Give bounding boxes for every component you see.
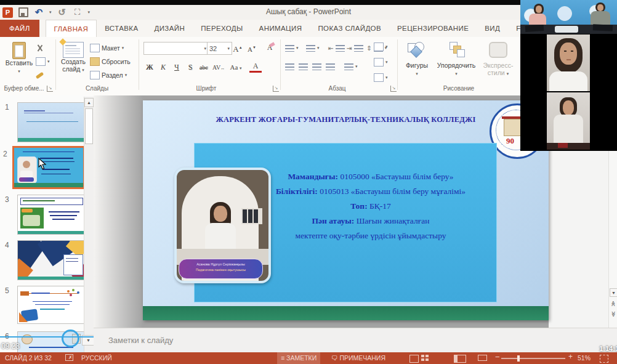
text-direction-button[interactable]: ▾ — [374, 42, 388, 52]
zoom-slider-thumb[interactable] — [517, 355, 520, 362]
text-shadow-button[interactable]: S — [184, 62, 196, 73]
reading-view-icon[interactable] — [454, 355, 466, 363]
next-slide-icon[interactable]: ≪ — [610, 310, 616, 318]
redo-icon[interactable]: ↺ — [57, 7, 67, 17]
font-color-button[interactable]: А — [249, 62, 262, 73]
cut-button[interactable] — [36, 43, 44, 53]
fit-slide-to-window-icon[interactable] — [600, 355, 608, 363]
normal-view-icon[interactable] — [409, 355, 419, 363]
slide-thumbnail-2-selected[interactable] — [12, 146, 85, 189]
smartart-button[interactable]: ▾ — [374, 73, 388, 83]
language-indicator[interactable]: РУССКИЙ — [81, 354, 112, 362]
format-painter-button[interactable] — [36, 70, 44, 80]
new-slide-icon — [63, 42, 84, 58]
quick-styles-button[interactable]: Экспресс- стили ▾ — [480, 42, 516, 76]
spellcheck-icon[interactable]: ✗ — [65, 354, 78, 363]
slide-thumbnail-3[interactable] — [17, 195, 87, 235]
quick-access-toolbar: P ↶ ▾ ↺ ⛶ ▾ — [2, 6, 90, 18]
paste-button[interactable]: Вставить ▾ — [5, 42, 33, 74]
tab-review[interactable]: РЕЦЕНЗИРОВАНИЕ — [389, 20, 477, 37]
start-slideshow-icon[interactable]: ⛶ — [73, 7, 83, 17]
shapes-icon — [408, 42, 426, 57]
webcam-participant-1[interactable] — [547, 34, 590, 91]
grow-font-button[interactable]: А▲ — [232, 42, 244, 54]
slideshow-view-icon[interactable] — [478, 355, 487, 361]
teacher-role: Педагогика пәнінен оқытушысы — [179, 267, 262, 273]
shapes-button[interactable]: Фигуры ▾ — [401, 42, 432, 76]
align-left-button[interactable] — [285, 62, 294, 71]
slide-thumbnail-5[interactable] — [17, 286, 87, 324]
tab-insert[interactable]: ВСТАВКА — [97, 20, 146, 37]
justify-button[interactable] — [326, 62, 335, 71]
numbering-icon — [306, 45, 315, 52]
numbering-button[interactable]: ▾ — [306, 43, 320, 53]
zoom-in-button[interactable]: + — [568, 353, 573, 361]
undo-icon[interactable]: ↶ — [34, 7, 44, 17]
slide-thumbnail-1[interactable] — [17, 102, 87, 142]
slide-thumbnail-4[interactable] — [17, 240, 87, 280]
strikethrough-button[interactable]: abc — [198, 62, 210, 73]
webcam-classroom[interactable] — [520, 0, 617, 34]
save-icon[interactable] — [18, 7, 28, 17]
zoom-slider[interactable] — [501, 358, 565, 359]
clipboard-group-label: Буфер обме... — [0, 85, 48, 92]
tab-slideshow[interactable]: ПОКАЗ СЛАЙДОВ — [310, 20, 389, 37]
section-icon — [90, 71, 100, 79]
font-group-label: Шрифт — [139, 85, 274, 92]
previous-slide-icon[interactable]: ≪ — [610, 299, 616, 307]
notes-toggle-button[interactable]: ≡ ЗАМЕТКИ — [277, 352, 320, 364]
slide-canvas[interactable]: ЖАРКЕНТ ЖОҒАРЫ-ГУМАНИТАРЛЫҚ-ТЕХНИКАЛЫҚ К… — [143, 100, 549, 320]
change-case-button[interactable]: Aa ▾ — [230, 62, 242, 73]
underline-button[interactable]: Ч — [171, 62, 183, 73]
tab-animations[interactable]: АНИМАЦИЯ — [251, 20, 310, 37]
section-button[interactable]: Раздел▾ — [90, 70, 127, 80]
reset-icon — [90, 57, 100, 66]
thumbnail-scrollbar-thumb[interactable] — [85, 108, 93, 144]
bullets-button[interactable]: ▾ — [285, 43, 299, 53]
slide-text-block: Мамандығы: 0105000 «Бастауыш білім беру»… — [241, 169, 500, 243]
columns-button[interactable]: ▾ — [344, 62, 358, 71]
font-name-combo[interactable]: ▾ — [143, 42, 209, 55]
tab-view[interactable]: ВИД — [477, 20, 508, 37]
italic-button[interactable]: К — [157, 62, 169, 73]
copy-button[interactable]: ▾ — [36, 57, 50, 67]
tab-home[interactable]: ГЛАВНАЯ — [46, 20, 97, 37]
thumb-number-5: 5 — [5, 286, 9, 295]
notes-placeholder[interactable]: Заметки к слайду — [108, 336, 173, 345]
font-size-combo[interactable]: 32▾ — [207, 42, 232, 55]
tab-design[interactable]: ДИЗАЙН — [147, 20, 193, 37]
shrink-font-button[interactable]: А▼ — [246, 42, 258, 54]
zoom-out-button[interactable]: − — [495, 353, 500, 361]
webcam-participant-2[interactable] — [547, 92, 590, 150]
clear-formatting-button[interactable]: А — [264, 42, 276, 54]
thumb-number-4: 4 — [5, 241, 9, 249]
undo-dropdown-icon[interactable]: ▾ — [49, 10, 52, 15]
customize-qat-icon[interactable]: ▾ — [88, 10, 91, 15]
character-spacing-button[interactable]: AV↔ — [212, 62, 225, 73]
decrease-indent-button[interactable]: ⇤ — [328, 43, 345, 53]
bold-button[interactable]: Ж — [143, 62, 156, 73]
increase-indent-button[interactable]: ⇥ — [347, 43, 363, 53]
reset-button[interactable]: Сбросить — [90, 57, 131, 67]
align-text-button[interactable]: ▾ — [374, 57, 388, 67]
align-right-button[interactable] — [312, 62, 321, 71]
comments-toggle-button[interactable]: 🗨 ПРИМЕЧАНИЯ — [331, 352, 385, 364]
slide-bottom-bar — [143, 306, 549, 320]
tab-transitions[interactable]: ПЕРЕХОДЫ — [193, 20, 251, 37]
slide-sorter-view-icon[interactable] — [421, 355, 429, 362]
paragraph-dialog-launcher[interactable]: ↘ — [390, 86, 397, 92]
clipboard-dialog-launcher[interactable]: ↘ — [47, 86, 53, 92]
align-center-button[interactable] — [299, 62, 308, 71]
font-dialog-launcher[interactable]: ↘ — [273, 86, 279, 92]
zoom-level[interactable]: 51% — [578, 354, 591, 362]
video-call-overlay[interactable] — [520, 0, 617, 151]
thumbnail-scroll-up-icon[interactable]: ▲ — [84, 98, 94, 107]
layout-button[interactable]: Макет▾ — [90, 43, 124, 53]
scissors-icon — [36, 44, 44, 52]
new-slide-button[interactable]: Создать слайд ▾ — [59, 42, 87, 73]
slide-scroll-down-icon[interactable]: ▼ — [610, 288, 617, 297]
annotation-line — [0, 336, 94, 338]
arrange-button[interactable]: Упорядочить ▾ — [435, 42, 478, 76]
timer-left: 09:23 — [1, 342, 20, 350]
tab-file[interactable]: ФАЙЛ — [0, 20, 39, 37]
